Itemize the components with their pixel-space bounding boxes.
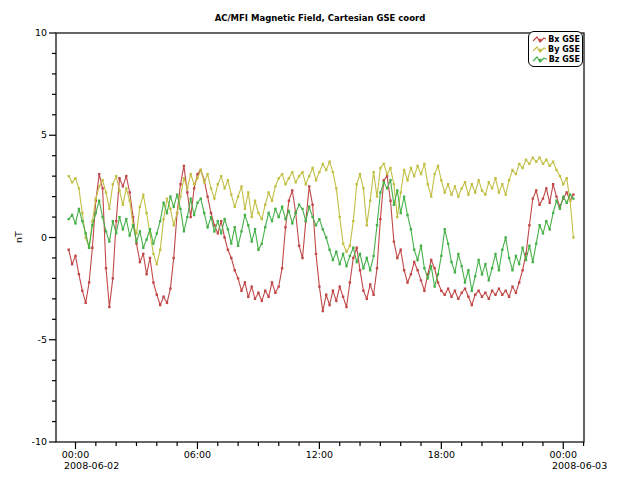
x-axis-end-date: 2008-06-03 [552,460,607,471]
y-tick-label: 10 [35,27,47,38]
axes [49,33,584,449]
series-markers [68,157,575,266]
y-tick-label: 5 [41,129,47,140]
x-tick-label: 18:00 [428,449,455,460]
x-tick-label: 00:00 [550,449,577,460]
x-tick-label: 12:00 [306,449,333,460]
legend-label-bx: Bx GSE [548,35,580,44]
series-bx-gse [68,165,575,313]
chart-title: AC/MFI Magnetic Field, Cartesian GSE coo… [215,13,426,23]
legend-item-bx: Bx GSE [532,34,580,44]
legend-line-sample-bz [532,55,547,64]
legend-line-sample-by [532,45,546,54]
legend: Bx GSE By GSE Bz GSE [528,31,583,67]
chart-window: AC/MFI Magnetic Field, Cartesian GSE coo… [0,0,640,480]
legend-line-sample-bx [532,35,546,44]
series-by-gse [68,157,575,266]
series-line [69,180,574,291]
chart-canvas: AC/MFI Magnetic Field, Cartesian GSE coo… [0,0,640,480]
legend-label-by: By GSE [548,45,580,54]
y-tick-label: -5 [38,334,47,345]
legend-label-bz: Bz GSE [549,55,580,64]
x-tick-label: 06:00 [184,449,211,460]
y-tick-label: -10 [31,436,47,447]
x-axis-start-date: 2008-06-02 [64,460,119,471]
y-axis-title: nT [13,231,24,243]
legend-item-bz: Bz GSE [532,54,580,64]
x-tick-label: 00:00 [62,449,89,460]
legend-item-by: By GSE [532,44,580,54]
y-tick-label: 0 [41,232,47,243]
